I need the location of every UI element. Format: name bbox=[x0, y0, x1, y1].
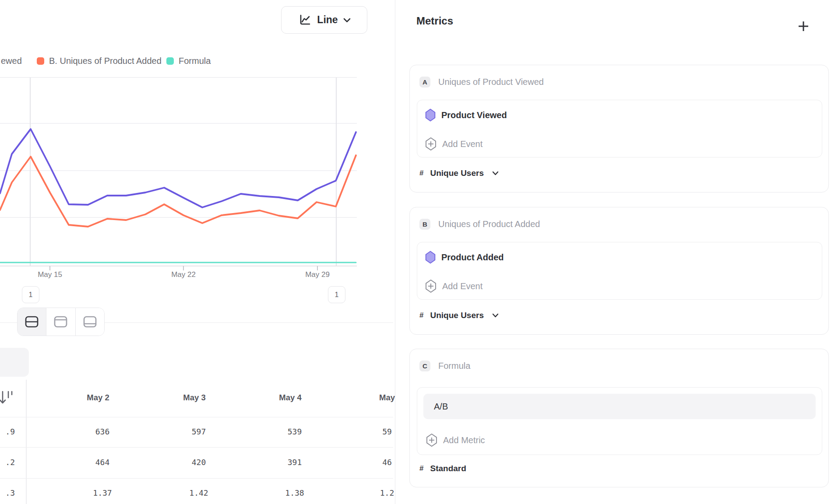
layout-toggle-split[interactable] bbox=[18, 308, 46, 336]
table-header-may4[interactable]: May 4 bbox=[246, 393, 334, 402]
metric-badge: B bbox=[419, 219, 430, 230]
metric-card-header: C Formula bbox=[419, 360, 470, 371]
table-column-divider bbox=[26, 380, 27, 504]
legend-swatch-formula bbox=[166, 57, 174, 65]
hash-icon: # bbox=[419, 464, 423, 473]
layout-toggle bbox=[17, 308, 105, 336]
event-row[interactable]: Product Viewed bbox=[425, 108, 507, 122]
annotation-badge[interactable]: 1 bbox=[328, 286, 345, 303]
table-cell: 539 bbox=[251, 427, 338, 436]
add-event-row[interactable]: Add Event bbox=[425, 279, 482, 293]
add-metric-row[interactable]: Add Metric bbox=[426, 433, 485, 447]
panel-top-icon bbox=[54, 316, 67, 328]
table-cell: 464 bbox=[59, 458, 146, 467]
event-row[interactable]: Product Added bbox=[425, 251, 504, 264]
metric-badge: C bbox=[419, 360, 430, 371]
event-name: Product Added bbox=[441, 252, 504, 262]
formula-value: A/B bbox=[434, 402, 448, 412]
metric-card-a: A Uniques of Product Viewed Product View… bbox=[409, 65, 829, 192]
legend-item-formula[interactable]: Formula bbox=[166, 56, 211, 66]
metric-title: Formula bbox=[438, 361, 470, 371]
formula-input[interactable]: A/B bbox=[423, 394, 816, 419]
table-cell: 1.38 bbox=[251, 488, 338, 497]
table-cell-cut: 59 bbox=[343, 427, 395, 436]
layout-toggle-table[interactable] bbox=[75, 308, 104, 336]
chevron-down-icon bbox=[492, 313, 499, 318]
metric-badge: A bbox=[419, 77, 430, 88]
chart-type-label: Line bbox=[317, 14, 338, 26]
metric-title: Uniques of Product Added bbox=[438, 219, 540, 229]
plus-icon bbox=[798, 21, 809, 32]
table-cell: 597 bbox=[155, 427, 243, 436]
legend-swatch-added bbox=[37, 57, 44, 65]
event-container: Product Added Add Event bbox=[417, 242, 822, 300]
legend-item-a-cut[interactable]: ewed bbox=[1, 56, 22, 66]
table-cell-cut: 46 bbox=[343, 458, 395, 467]
aggregation-selector[interactable]: # Standard bbox=[419, 464, 466, 473]
aggregation-label: Standard bbox=[430, 464, 466, 473]
table-cell-cut: 1.2 bbox=[343, 488, 395, 497]
table-header-may2[interactable]: May 2 bbox=[54, 393, 142, 402]
x-axis-label: May 15 bbox=[24, 270, 76, 279]
metric-card-header: B Uniques of Product Added bbox=[419, 219, 540, 230]
annotation-badge[interactable]: 1 bbox=[22, 286, 39, 303]
table-cell: 391 bbox=[251, 458, 338, 467]
aggregation-label: Unique Users bbox=[430, 168, 483, 178]
metric-card-header: A Uniques of Product Viewed bbox=[419, 77, 544, 88]
insights-report: Line ewed B. Uniques of Product Added Fo… bbox=[0, 0, 831, 504]
sort-descending-icon[interactable] bbox=[0, 389, 14, 409]
aggregation-label: Unique Users bbox=[430, 311, 483, 320]
metric-card-b: B Uniques of Product Added Product Added… bbox=[409, 207, 829, 335]
chevron-down-icon bbox=[343, 18, 351, 23]
hash-icon: # bbox=[419, 311, 423, 320]
table-cell: 636 bbox=[59, 427, 146, 436]
event-hexagon-icon bbox=[425, 108, 436, 122]
table-cell: 1.42 bbox=[155, 488, 243, 497]
metrics-panel-title: Metrics bbox=[416, 15, 453, 27]
table-cell-cut: .9 bbox=[0, 427, 15, 436]
table-header-may5[interactable]: May bbox=[343, 393, 395, 402]
panel-bottom-icon bbox=[83, 316, 97, 328]
chart-type-button[interactable]: Line bbox=[281, 6, 367, 34]
line-chart[interactable] bbox=[0, 74, 357, 271]
metric-card-c: C Formula A/B Add Metric # Standard bbox=[409, 349, 829, 487]
layout-toggle-chart[interactable] bbox=[46, 308, 75, 336]
hash-icon: # bbox=[419, 169, 423, 178]
legend-label: Formula bbox=[179, 56, 211, 66]
x-axis-label: May 29 bbox=[291, 270, 344, 279]
aggregation-selector[interactable]: # Unique Users bbox=[419, 311, 499, 320]
table-cell: 1.37 bbox=[59, 488, 146, 497]
table-cell-cut: .3 bbox=[0, 488, 15, 497]
add-event-label: Add Event bbox=[442, 281, 482, 291]
add-event-row[interactable]: Add Event bbox=[425, 137, 482, 151]
legend-item-b[interactable]: B. Uniques of Product Added bbox=[37, 56, 162, 66]
table-cell-cut: .2 bbox=[0, 458, 15, 467]
add-metric-label: Add Metric bbox=[443, 435, 485, 445]
table-header-may3[interactable]: May 3 bbox=[151, 393, 238, 402]
chart-region: Line ewed B. Uniques of Product Added Fo… bbox=[0, 0, 395, 504]
table-row-border bbox=[0, 417, 393, 417]
legend-label: B. Uniques of Product Added bbox=[49, 56, 162, 66]
add-hexagon-icon bbox=[425, 137, 437, 151]
x-axis-label: May 22 bbox=[157, 270, 210, 279]
event-hexagon-icon bbox=[425, 251, 436, 264]
aggregation-selector[interactable]: # Unique Users bbox=[419, 168, 499, 178]
table-row-border bbox=[0, 478, 393, 479]
chevron-down-icon bbox=[492, 171, 499, 175]
event-container: Product Viewed Add Event bbox=[417, 100, 822, 158]
formula-container: A/B Add Metric bbox=[417, 387, 822, 455]
table-corner-tab[interactable] bbox=[0, 348, 29, 377]
metric-title: Uniques of Product Viewed bbox=[438, 77, 544, 87]
add-event-label: Add Event bbox=[442, 139, 482, 149]
line-chart-icon bbox=[298, 13, 312, 27]
event-name: Product Viewed bbox=[441, 110, 507, 120]
table-row-border bbox=[0, 447, 393, 448]
add-metric-plus-button[interactable] bbox=[797, 20, 810, 32]
add-hexagon-icon bbox=[426, 433, 437, 447]
metrics-panel: Metrics A Uniques of Product Viewed Prod… bbox=[395, 0, 831, 504]
add-hexagon-icon bbox=[425, 279, 437, 293]
table-cell: 420 bbox=[155, 458, 243, 467]
split-horizontal-icon bbox=[25, 316, 39, 328]
